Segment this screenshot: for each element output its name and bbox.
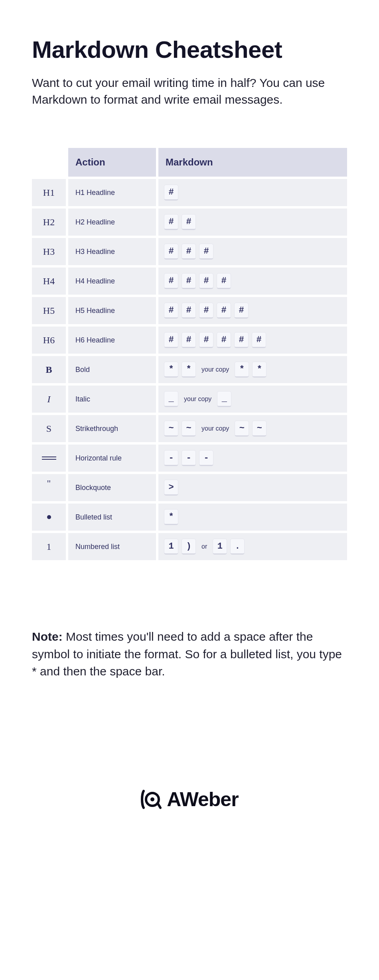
- inline-text: or: [199, 543, 209, 550]
- keycap: #: [217, 332, 231, 348]
- markdown-cell: ####: [158, 268, 347, 295]
- keycap: #: [164, 185, 178, 201]
- keycap: #: [182, 244, 196, 260]
- action-cell: H5 Headline: [68, 297, 156, 324]
- action-cell: H3 Headline: [68, 238, 156, 265]
- keycap: 1: [164, 539, 178, 555]
- keycap: *: [252, 362, 266, 378]
- keycap: #: [234, 332, 249, 348]
- keycap: #: [182, 332, 196, 348]
- action-cell: H2 Headline: [68, 209, 156, 236]
- keycap: 1: [213, 539, 227, 555]
- keycap: #: [217, 303, 231, 319]
- keycap: #: [164, 273, 178, 289]
- markdown-cell: ---: [158, 445, 347, 472]
- keycap: #: [164, 244, 178, 260]
- keycap: #: [164, 332, 178, 348]
- row-icon: H4: [32, 268, 66, 295]
- action-cell: Bold: [68, 356, 156, 383]
- logo-mark-icon: [140, 788, 164, 811]
- aweber-logo: AWeber: [140, 788, 238, 811]
- keycap: #: [217, 273, 231, 289]
- row-icon: 1: [32, 533, 66, 560]
- action-cell: Horizontal rule: [68, 445, 156, 472]
- keycap: .: [230, 539, 245, 555]
- keycap: >: [164, 480, 178, 496]
- keycap: ~: [164, 421, 178, 437]
- note-label: Note:: [32, 630, 63, 643]
- inline-text: your copy: [199, 366, 231, 373]
- row-icon: B: [32, 356, 66, 383]
- logo-container: AWeber: [32, 788, 347, 855]
- row-icon: [32, 445, 66, 472]
- keycap: #: [199, 273, 213, 289]
- keycap: #: [199, 244, 213, 260]
- action-cell: Strikethrough: [68, 415, 156, 442]
- action-cell: H1 Headline: [68, 179, 156, 206]
- row-icon: ": [32, 474, 66, 501]
- keycap: ): [182, 539, 196, 555]
- inline-text: your copy: [199, 425, 231, 432]
- keycap: _: [164, 391, 178, 407]
- markdown-cell: #: [158, 179, 347, 206]
- keycap: #: [164, 214, 178, 230]
- keycap: _: [217, 391, 231, 407]
- action-cell: Bulleted list: [68, 504, 156, 531]
- markdown-cell: #####: [158, 297, 347, 324]
- svg-point-1: [150, 797, 154, 801]
- horizontal-rule-icon: [42, 457, 56, 460]
- keycap: #: [234, 303, 249, 319]
- keycap: #: [199, 303, 213, 319]
- header-markdown: Markdown: [158, 148, 347, 177]
- markdown-cell: _your copy_: [158, 386, 347, 413]
- inline-text: your copy: [182, 396, 214, 403]
- row-icon: H3: [32, 238, 66, 265]
- logo-text: AWeber: [167, 788, 238, 811]
- header-action: Action: [68, 148, 156, 177]
- keycap: #: [164, 303, 178, 319]
- keycap: #: [199, 332, 213, 348]
- markdown-cell: ##: [158, 209, 347, 236]
- keycap: ~: [252, 421, 266, 437]
- keycap: -: [182, 450, 196, 466]
- header-spacer: [32, 148, 66, 177]
- keycap: #: [182, 303, 196, 319]
- action-cell: H4 Headline: [68, 268, 156, 295]
- keycap: #: [182, 273, 196, 289]
- keycap: *: [164, 362, 178, 378]
- keycap: *: [182, 362, 196, 378]
- action-cell: Blockquote: [68, 474, 156, 501]
- keycap: ~: [182, 421, 196, 437]
- page-title: Markdown Cheatsheet: [32, 36, 347, 63]
- note-text: Note: Most times you'll need to add a sp…: [32, 628, 347, 680]
- markdown-cell: **your copy**: [158, 356, 347, 383]
- keycap: #: [252, 332, 266, 348]
- keycap: #: [182, 214, 196, 230]
- intro-text: Want to cut your email writing time in h…: [32, 75, 347, 108]
- action-cell: Italic: [68, 386, 156, 413]
- markdown-cell: ######: [158, 327, 347, 354]
- row-icon: [32, 504, 66, 531]
- note-body: Most times you'll need to add a space af…: [32, 630, 342, 678]
- keycap: *: [235, 362, 249, 378]
- row-icon: H2: [32, 209, 66, 236]
- markdown-cell: 1)or1.: [158, 533, 347, 560]
- page-container: Markdown Cheatsheet Want to cut your ema…: [0, 0, 379, 871]
- markdown-cell: ###: [158, 238, 347, 265]
- markdown-cell: ~~your copy~~: [158, 415, 347, 442]
- row-icon: S: [32, 415, 66, 442]
- keycap: ~: [235, 421, 249, 437]
- cheatsheet-table: Action Markdown H1H1 Headline#H2H2 Headl…: [32, 148, 347, 560]
- bullet-icon: [47, 515, 51, 519]
- keycap: -: [164, 450, 178, 466]
- markdown-cell: *: [158, 504, 347, 531]
- row-icon: I: [32, 386, 66, 413]
- row-icon: H6: [32, 327, 66, 354]
- keycap: -: [199, 450, 213, 466]
- markdown-cell: >: [158, 474, 347, 501]
- keycap: *: [164, 509, 178, 525]
- action-cell: H6 Headline: [68, 327, 156, 354]
- row-icon: H1: [32, 179, 66, 206]
- action-cell: Numbered list: [68, 533, 156, 560]
- row-icon: H5: [32, 297, 66, 324]
